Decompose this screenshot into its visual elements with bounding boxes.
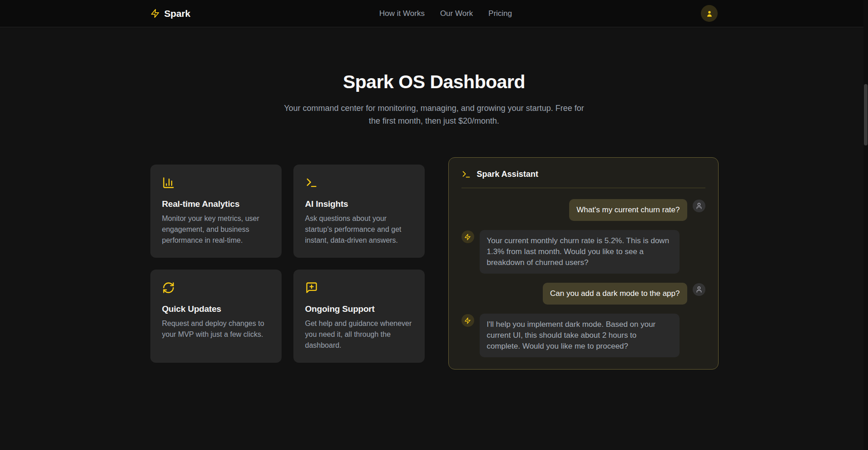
feature-title: AI Insights	[305, 199, 413, 209]
message-square-plus-icon	[305, 281, 413, 296]
assistant-header: Spark Assistant	[461, 170, 705, 188]
brand-label: Spark	[164, 8, 190, 19]
feature-description: Ask questions about your startup's perfo…	[305, 213, 413, 246]
user-message-bubble: Can you add a dark mode to the app?	[543, 283, 687, 305]
assistant-message-bubble: Your current monthly churn rate is 5.2%.…	[480, 230, 680, 274]
scrollbar	[863, 0, 868, 450]
feature-description: Get help and guidance whenever you need …	[305, 318, 413, 351]
feature-card-ongoing-support: Ongoing Support Get help and guidance wh…	[293, 270, 425, 363]
assistant-message-bubble: I'll help you implement dark mode. Based…	[480, 314, 680, 357]
refresh-icon	[162, 281, 270, 296]
brand-logo[interactable]: Spark	[150, 8, 190, 19]
spark-assistant-panel: Spark Assistant What's my current churn …	[448, 157, 719, 370]
user-icon	[695, 202, 703, 210]
nav-link-pricing[interactable]: Pricing	[488, 9, 512, 18]
feature-title: Real-time Analytics	[162, 199, 270, 209]
chat-message-assistant: I'll help you implement dark mode. Based…	[461, 314, 705, 357]
account-avatar-button[interactable]	[701, 5, 718, 22]
hero-section: Spark OS Dashboard Your command center f…	[0, 27, 868, 127]
user-message-bubble: What's my current churn rate?	[569, 199, 687, 221]
feature-card-real-time-analytics: Real-time Analytics Monitor your key met…	[150, 165, 282, 258]
page-title: Spark OS Dashboard	[0, 71, 868, 93]
navbar: Spark How it Works Our Work Pricing	[0, 0, 868, 27]
chat-message-user: Can you add a dark mode to the app?	[461, 283, 705, 305]
feature-title: Ongoing Support	[305, 304, 413, 314]
terminal-icon	[305, 176, 413, 191]
lightning-bolt-icon	[464, 317, 471, 324]
features-grid: Real-time Analytics Monitor your key met…	[150, 165, 425, 363]
feature-description: Request and deploy changes to your MVP w…	[162, 318, 270, 340]
assistant-title: Spark Assistant	[477, 170, 538, 179]
feature-card-ai-insights: AI Insights Ask questions about your sta…	[293, 165, 425, 258]
user-avatar	[693, 283, 705, 296]
bar-chart-icon	[162, 176, 270, 191]
feature-title: Quick Updates	[162, 304, 270, 314]
spark-bot-avatar	[461, 230, 474, 243]
feature-card-quick-updates: Quick Updates Request and deploy changes…	[150, 270, 282, 363]
chat-message-assistant: Your current monthly churn rate is 5.2%.…	[461, 230, 705, 274]
feature-description: Monitor your key metrics, user engagemen…	[162, 213, 270, 246]
nav-link-our-work[interactable]: Our Work	[440, 9, 473, 18]
hero-subtitle: Your command center for monitoring, mana…	[281, 102, 588, 127]
scrollbar-thumb[interactable]	[864, 84, 868, 145]
spark-bot-avatar	[461, 314, 474, 327]
nav-link-how-it-works[interactable]: How it Works	[379, 9, 425, 18]
user-icon	[695, 286, 703, 293]
chat-message-user: What's my current churn rate?	[461, 199, 705, 221]
terminal-icon	[461, 170, 471, 179]
main-content: Spark OS Dashboard Your command center f…	[0, 27, 868, 370]
lightning-bolt-icon	[150, 9, 160, 18]
user-avatar	[693, 200, 705, 212]
nav-links: How it Works Our Work Pricing	[379, 9, 512, 18]
user-icon	[705, 10, 714, 18]
lightning-bolt-icon	[464, 234, 471, 240]
chat-messages: What's my current churn rate? Your curre…	[461, 188, 705, 357]
